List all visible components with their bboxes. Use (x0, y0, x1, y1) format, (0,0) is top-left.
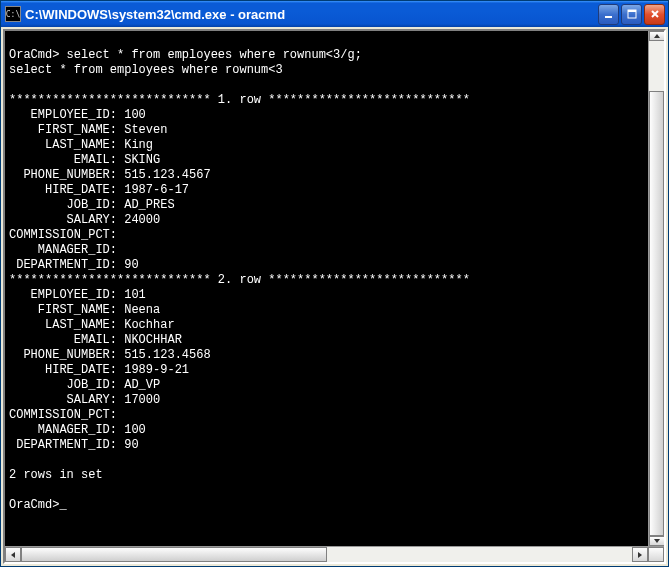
titlebar[interactable]: C:\ C:\WINDOWS\system32\cmd.exe - oracmd (1, 1, 668, 27)
minimize-button[interactable] (598, 4, 619, 25)
scrollbar-corner (648, 547, 664, 562)
scroll-track-vertical[interactable] (649, 41, 664, 536)
svg-rect-0 (605, 16, 612, 18)
scroll-right-button[interactable] (632, 547, 648, 562)
scroll-track-horizontal[interactable] (21, 547, 632, 562)
maximize-icon (627, 9, 637, 19)
horizontal-scrollbar[interactable] (5, 546, 664, 562)
scroll-down-button[interactable] (649, 536, 664, 546)
app-icon: C:\ (5, 6, 21, 22)
cmd-window: C:\ C:\WINDOWS\system32\cmd.exe - oracmd… (0, 0, 669, 567)
maximize-button[interactable] (621, 4, 642, 25)
chevron-right-icon (636, 551, 644, 559)
window-buttons (598, 4, 665, 25)
terminal-output[interactable]: OraCmd> select * from employees where ro… (5, 31, 648, 546)
scroll-up-button[interactable] (649, 31, 664, 41)
close-icon (650, 9, 660, 19)
chevron-down-icon (653, 537, 661, 545)
vertical-scrollbar[interactable] (648, 31, 664, 546)
terminal-container: OraCmd> select * from employees where ro… (3, 29, 666, 564)
window-title: C:\WINDOWS\system32\cmd.exe - oracmd (25, 7, 598, 22)
svg-rect-2 (628, 10, 636, 12)
scroll-left-button[interactable] (5, 547, 21, 562)
chevron-up-icon (653, 32, 661, 40)
scroll-thumb-horizontal[interactable] (21, 547, 327, 562)
scroll-thumb-vertical[interactable] (649, 91, 664, 537)
close-button[interactable] (644, 4, 665, 25)
minimize-icon (604, 9, 614, 19)
chevron-left-icon (9, 551, 17, 559)
